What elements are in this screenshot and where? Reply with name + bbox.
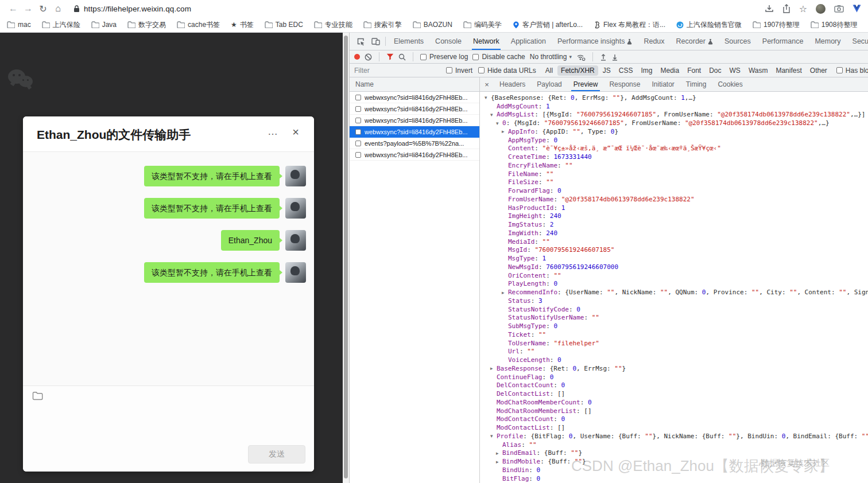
request-checkbox[interactable] <box>355 106 361 112</box>
bookmark-item[interactable]: Java <box>91 21 117 29</box>
json-tree-line[interactable]: AppMsgType: 0 <box>482 136 868 145</box>
import-har-icon[interactable] <box>600 53 607 61</box>
json-tree-line[interactable]: FromUserName: "@20f358174db0613978dd6e23… <box>482 195 868 204</box>
reload-button[interactable]: ↻ <box>36 2 51 15</box>
json-tree-line[interactable]: ▸AppInfo: {AppID: "", Type: 0} <box>482 127 868 136</box>
tab-security[interactable]: Security <box>847 33 868 50</box>
request-checkbox[interactable] <box>355 95 361 100</box>
bookmark-item[interactable]: Tab EDC <box>265 21 303 29</box>
install-download-icon[interactable] <box>765 5 774 13</box>
filter-icon[interactable] <box>386 53 394 60</box>
invert-checkbox[interactable]: Invert <box>446 67 472 75</box>
message-bubble[interactable]: 该类型暂不支持，请在手机上查看 <box>144 166 280 186</box>
json-tree-line[interactable]: MediaId: "" <box>482 237 868 246</box>
filter-type-ws[interactable]: WS <box>726 65 744 76</box>
json-tree-line[interactable]: Status: 3 <box>482 297 868 305</box>
chat-input-area[interactable]: 发送 <box>23 385 314 472</box>
preserve-log-checkbox[interactable]: Preserve log <box>420 53 468 61</box>
detail-tab-headers[interactable]: Headers <box>494 77 531 91</box>
json-tree-line[interactable]: BindUin: 0 <box>482 466 868 474</box>
filter-type-all[interactable]: All <box>542 65 556 76</box>
message-bubble[interactable]: 该类型暂不支持，请在手机上查看 <box>144 198 280 219</box>
request-checkbox[interactable] <box>355 118 361 123</box>
json-tree-line[interactable]: AddMsgCount: 1 <box>482 102 868 111</box>
filter-type-fetch-xhr[interactable]: Fetch/XHR <box>557 65 598 76</box>
json-tree-line[interactable]: OriContent: "" <box>482 271 868 280</box>
json-tree-line[interactable]: BitFlag: 0 <box>482 474 868 483</box>
avatar[interactable] <box>285 198 306 219</box>
vue-devtools-icon[interactable] <box>852 5 861 13</box>
detail-tab-preview[interactable]: Preview <box>568 77 604 91</box>
bookmark-item[interactable]: mac <box>7 21 31 29</box>
bookmark-item[interactable]: 编码美学 <box>463 20 502 30</box>
expand-closed-icon[interactable]: ▸ <box>490 365 497 371</box>
filter-type-media[interactable]: Media <box>657 65 683 76</box>
filter-type-img[interactable]: Img <box>637 65 656 76</box>
json-tree-line[interactable]: ▾0: {MsgId: "7600795619246607185", FromU… <box>482 119 868 127</box>
checkbox[interactable] <box>446 67 452 73</box>
json-tree-line[interactable]: Content: "è¯¥ç±»åž‹æš‚ä¸ æ”¯æŒ ï¼Œè¯·åœ¨… <box>482 145 868 153</box>
bookmark-item[interactable]: cache书签 <box>177 20 220 30</box>
request-checkbox[interactable] <box>355 152 361 158</box>
bookmark-item[interactable]: 上汽保险 <box>42 20 80 30</box>
json-tree-line[interactable]: ContinueFlag: 0 <box>482 373 868 381</box>
address-bar[interactable]: https://filehelper.weixin.qq.com <box>73 5 191 13</box>
tab-redux[interactable]: Redux <box>638 33 670 50</box>
bookmark-item[interactable]: 1908待整理 <box>811 20 858 30</box>
expand-closed-icon[interactable]: ▸ <box>502 128 508 134</box>
detail-tab-cookies[interactable]: Cookies <box>712 77 748 91</box>
tab-recorder[interactable]: Recorder <box>671 33 719 50</box>
device-toolbar-icon[interactable] <box>368 34 383 49</box>
json-tree-line[interactable]: MsgId: "7600795619246607185" <box>482 246 868 255</box>
attach-folder-icon[interactable] <box>32 391 43 400</box>
disable-cache-checkbox[interactable]: Disable cache <box>472 53 525 61</box>
name-column-header[interactable]: Name <box>350 77 479 92</box>
json-tree-line[interactable]: Alias: "" <box>482 441 868 449</box>
json-tree-line[interactable]: Url: "" <box>482 348 868 356</box>
expand-open-icon[interactable]: ▾ <box>490 112 497 118</box>
json-tree-line[interactable]: ▸BindMobile: {Buff: ""} <box>482 457 868 466</box>
filter-type-manifest[interactable]: Manifest <box>772 65 805 76</box>
bookmark-item[interactable]: 1907待整理 <box>753 20 800 30</box>
checkbox[interactable] <box>836 67 843 73</box>
json-tree-line[interactable]: ▾Profile: {BitFlag: 0, UserName: {Buff: … <box>482 432 868 441</box>
json-tree-line[interactable]: FileSize: "" <box>482 178 868 187</box>
json-tree-line[interactable]: ModContactList: [] <box>482 423 868 432</box>
avatar[interactable] <box>285 262 306 283</box>
bookmark-star-icon[interactable]: ☆ <box>799 3 807 14</box>
json-tree-line[interactable]: ToUserName: "filehelper" <box>482 339 868 348</box>
filter-input[interactable] <box>354 66 440 75</box>
network-conditions-icon[interactable] <box>576 53 586 61</box>
filter-type-font[interactable]: Font <box>684 65 704 76</box>
checkbox[interactable] <box>472 54 479 60</box>
bookmark-item[interactable]: ★书签 <box>231 20 254 30</box>
message-bubble[interactable]: Ethan_Zhou <box>221 230 280 251</box>
filter-type-wasm[interactable]: Wasm <box>745 65 772 76</box>
checkbox[interactable] <box>478 67 485 73</box>
filter-type-js[interactable]: JS <box>599 65 614 76</box>
page-scrollbar[interactable] <box>343 33 349 483</box>
request-row[interactable]: events?payload=%5B%7B%22na... <box>350 138 479 149</box>
tab-console[interactable]: Console <box>429 33 467 50</box>
chat-menu-button[interactable]: … <box>268 126 278 138</box>
bookmark-item[interactable]: Flex 布局教程：语... <box>594 20 665 30</box>
json-tree-line[interactable]: NewMsgId: 7600795619246607000 <box>482 263 868 271</box>
request-checkbox[interactable] <box>355 141 361 146</box>
tab-memory[interactable]: Memory <box>809 33 846 50</box>
json-tree-line[interactable]: FileName: "" <box>482 170 868 178</box>
tab-performance[interactable]: Performance <box>757 33 809 50</box>
detail-close-button[interactable]: × <box>480 77 494 91</box>
json-tree-line[interactable]: DelContactCount: 0 <box>482 381 868 390</box>
avatar[interactable] <box>285 166 306 186</box>
json-tree-line[interactable]: HasProductId: 1 <box>482 204 868 212</box>
request-row[interactable]: webwxsync?sid=li8416dy2FhH8Eb... <box>350 115 479 126</box>
json-tree-line[interactable]: SubMsgType: 0 <box>482 322 868 330</box>
json-tree-line[interactable]: ▸BaseResponse: {Ret: 0, ErrMsg: ""} <box>482 364 868 373</box>
detail-tab-initiator[interactable]: Initiator <box>646 77 680 91</box>
tab-sources[interactable]: Sources <box>719 33 757 50</box>
message-bubble[interactable]: 该类型暂不支持，请在手机上查看 <box>144 262 280 283</box>
tab-network[interactable]: Network <box>467 33 505 50</box>
json-tree-line[interactable]: CreateTime: 1673331440 <box>482 153 868 161</box>
json-tree-line[interactable]: StatusNotifyUserName: "" <box>482 314 868 322</box>
filter-type-other[interactable]: Other <box>807 65 831 76</box>
